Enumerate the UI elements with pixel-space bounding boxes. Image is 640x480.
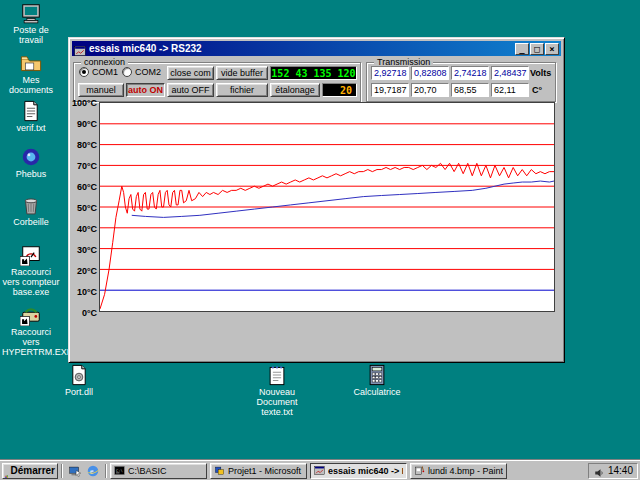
window-titlebar[interactable]: essais mic640 -> RS232 _ □ × bbox=[72, 41, 561, 56]
quick-launch-area: e bbox=[66, 464, 102, 478]
desktop-icon-raccourci-vers-compteur-base-exe[interactable]: Raccourci vers compteur base.exe bbox=[2, 244, 60, 297]
task-button-label: Projet1 - Microsoft Visual B... bbox=[228, 466, 303, 476]
phebus-icon bbox=[20, 146, 42, 168]
com2-radio-circle[interactable] bbox=[122, 67, 132, 77]
desktop-icon-label: Poste de travail bbox=[2, 25, 60, 45]
desktop-icon-label: verif.txt bbox=[2, 123, 60, 133]
notepad-icon bbox=[266, 364, 288, 386]
desktop-icon-corbeille[interactable]: Corbeille bbox=[2, 194, 60, 227]
minimize-button[interactable]: _ bbox=[515, 43, 529, 55]
desktop-icon-calculatrice[interactable]: Calculatrice bbox=[346, 364, 408, 397]
taskbar: Démarrer e C:\C:\BASICProjet1 - Microsof… bbox=[0, 460, 640, 480]
task-button-c-basic[interactable]: C:\C:\BASIC bbox=[110, 463, 207, 479]
desktop-icon-poste-de-travail[interactable]: Poste de travail bbox=[2, 2, 60, 45]
desktop-icon-nouveau-document-texte-txt[interactable]: Nouveau Document texte.txt bbox=[246, 364, 308, 417]
series-sonde-rouge bbox=[100, 163, 554, 309]
start-button[interactable]: Démarrer bbox=[2, 463, 58, 479]
desktop-icon-verif-txt[interactable]: verif.txt bbox=[2, 100, 60, 133]
app-icon bbox=[74, 45, 86, 57]
svg-text:C:\: C:\ bbox=[116, 468, 123, 473]
celsius-unit-label: C° bbox=[532, 85, 542, 95]
app-window: essais mic640 -> RS232 _ □ × connexion C… bbox=[68, 37, 565, 363]
window-title: essais mic640 -> RS232 bbox=[89, 43, 514, 54]
close-button[interactable]: × bbox=[545, 43, 559, 55]
y-axis-tick-20: 20°C bbox=[71, 266, 97, 276]
com2-radio-label: COM2 bbox=[135, 67, 161, 77]
windows-logo-icon bbox=[5, 465, 9, 477]
desktop-icon-port-dll[interactable]: Port.dll bbox=[48, 364, 110, 397]
desktop-icon-label: Raccourci vers compteur base.exe bbox=[2, 267, 60, 297]
vide-buffer-button[interactable]: vide buffer bbox=[216, 66, 268, 80]
desktop-icon-label: Raccourci vers HYPERTRM.EXE bbox=[2, 327, 60, 357]
maximize-button[interactable]: □ bbox=[530, 43, 544, 55]
temperature-value-1: 19,7187 bbox=[371, 83, 409, 97]
com1-radio[interactable]: COM1 bbox=[79, 67, 118, 77]
desktop: Poste de travailMes documentsverif.txtPh… bbox=[0, 0, 640, 480]
auto-on-button[interactable]: auto ON bbox=[126, 83, 165, 97]
volts-unit-label: Volts bbox=[530, 68, 551, 78]
quick-launch-internet-explorer[interactable]: e bbox=[86, 464, 100, 478]
task-buttons-area: C:\C:\BASICProjet1 - Microsoft Visual B.… bbox=[110, 463, 510, 479]
y-axis-tick-70: 70°C bbox=[71, 161, 97, 171]
y-axis-tick-10: 10°C bbox=[71, 287, 97, 297]
msdos-icon: C:\ bbox=[114, 465, 125, 476]
com1-radio-circle[interactable] bbox=[79, 67, 89, 77]
documents-icon bbox=[20, 52, 42, 74]
desktop-icon-label: Port.dll bbox=[48, 387, 110, 397]
speaker-icon bbox=[593, 467, 605, 479]
temperature-value-3: 68,55 bbox=[451, 83, 489, 97]
y-axis-tick-30: 30°C bbox=[71, 245, 97, 255]
auto-off-button[interactable]: auto OFF bbox=[167, 83, 214, 97]
desktop-ql-icon bbox=[68, 464, 82, 478]
textfile-icon bbox=[20, 100, 42, 122]
quick-launch-show-desktop[interactable] bbox=[68, 464, 82, 478]
desktop-icon-label: Calculatrice bbox=[346, 387, 408, 397]
y-axis-tick-60: 60°C bbox=[71, 182, 97, 192]
meter-shortcut-icon bbox=[20, 244, 42, 266]
vb-icon bbox=[214, 465, 225, 476]
fichier-button[interactable]: fichier bbox=[216, 83, 268, 97]
task-button-essais-mic640-rs2-[interactable]: essais mic640 -> RS2... bbox=[310, 463, 407, 479]
taskbar-divider bbox=[61, 464, 63, 478]
speaker-icon[interactable] bbox=[593, 465, 605, 477]
y-axis-tick-50: 50°C bbox=[71, 203, 97, 213]
desktop-icon-mes-documents[interactable]: Mes documents bbox=[2, 52, 60, 95]
temperature-value-4: 62,11 bbox=[491, 83, 529, 97]
app-icon bbox=[314, 465, 325, 476]
com2-radio[interactable]: COM2 bbox=[122, 67, 161, 77]
desktop-icon-label: Corbeille bbox=[2, 217, 60, 227]
temperature-chart-canvas bbox=[100, 103, 554, 311]
task-button-lundi-4-bmp-paint[interactable]: lundi 4.bmp - Paint bbox=[410, 463, 507, 479]
y-axis-tick-100: 100°C bbox=[71, 98, 97, 108]
transmission-group: Transmission 2,927180,828082,742182,4843… bbox=[366, 62, 556, 102]
etalonage-button[interactable]: étalonage bbox=[270, 83, 320, 97]
lcd-readout: 152 43 135 120 bbox=[270, 66, 357, 80]
start-button-label: Démarrer bbox=[11, 465, 55, 476]
recycle-bin-icon bbox=[20, 194, 42, 216]
hyperterminal-shortcut-icon bbox=[20, 304, 42, 326]
desktop-icon-label: Mes documents bbox=[2, 75, 60, 95]
task-button-label: essais mic640 -> RS2... bbox=[328, 466, 403, 476]
y-axis-tick-80: 80°C bbox=[71, 140, 97, 150]
close-com-button[interactable]: close com bbox=[167, 66, 214, 80]
desktop-icon-label: Nouveau Document texte.txt bbox=[246, 387, 308, 417]
desktop-icon-label: Phebus bbox=[2, 169, 60, 179]
taskbar-clock: 14:40 bbox=[608, 465, 633, 476]
y-axis-tick-0: 0°C bbox=[71, 308, 97, 318]
volts-value-3: 2,74218 bbox=[451, 66, 489, 80]
temperature-chart bbox=[99, 102, 555, 312]
desktop-icon-phebus[interactable]: Phebus bbox=[2, 146, 60, 179]
desktop-icon-raccourci-vers-hypertrm-exe[interactable]: Raccourci vers HYPERTRM.EXE bbox=[2, 304, 60, 357]
volts-value-4: 2,48437 bbox=[491, 66, 529, 80]
ie-icon: e bbox=[86, 464, 100, 478]
com1-radio-label: COM1 bbox=[92, 67, 118, 77]
dll-file-icon bbox=[68, 364, 90, 386]
calculator-icon bbox=[366, 364, 388, 386]
y-axis-tick-90: 90°C bbox=[71, 119, 97, 129]
app-icon bbox=[74, 43, 86, 55]
system-tray: 14:40 bbox=[588, 463, 638, 479]
manuel-button[interactable]: manuel bbox=[78, 83, 124, 97]
etalonage-value-display: 20 bbox=[322, 83, 357, 97]
y-axis-tick-40: 40°C bbox=[71, 224, 97, 234]
task-button-projet1-microsoft-visual-b-[interactable]: Projet1 - Microsoft Visual B... bbox=[210, 463, 307, 479]
